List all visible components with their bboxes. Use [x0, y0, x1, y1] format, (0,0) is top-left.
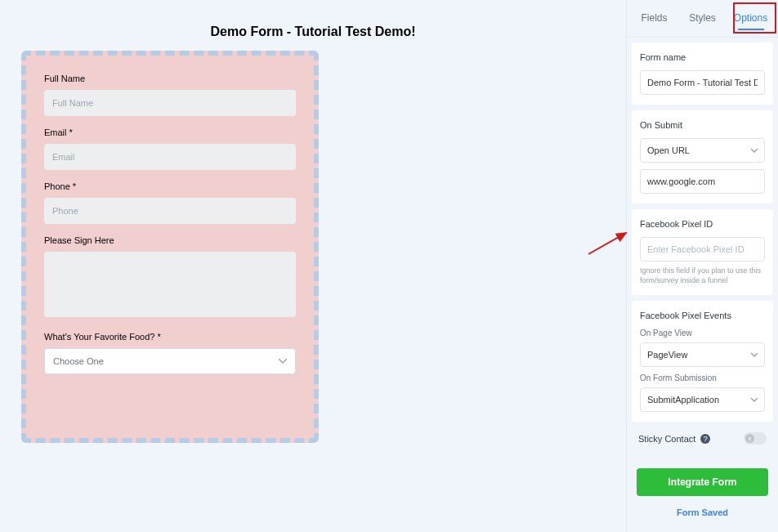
sign-label: Please Sign Here — [44, 235, 296, 245]
bottom-buttons: Integrate Form Form Saved — [632, 463, 773, 527]
tab-options[interactable]: Options — [727, 0, 775, 37]
submit-select[interactable]: SubmitApplication — [640, 387, 765, 412]
page-view-select[interactable]: PageView — [640, 342, 765, 367]
full-name-input[interactable] — [44, 90, 296, 116]
on-submit-url-input[interactable] — [640, 169, 765, 194]
field-full-name: Full Name — [44, 74, 296, 116]
tab-styles[interactable]: Styles — [678, 0, 727, 37]
full-name-label: Full Name — [44, 74, 296, 83]
form-name-input[interactable] — [640, 70, 765, 95]
field-fav-food: What's Your Favorite Food? * Choose One — [44, 332, 296, 374]
submit-sublabel: On Form Submission — [640, 373, 765, 382]
form-saved-status: Form Saved — [637, 503, 768, 522]
sticky-contact-label: Sticky Contact — [638, 434, 695, 444]
phone-input[interactable] — [44, 198, 296, 224]
fb-events-card: Facebook Pixel Events On Page View PageV… — [632, 301, 773, 422]
options-panel: Form name On Submit Open URL Facebook Pi… — [627, 38, 778, 532]
email-input[interactable] — [44, 144, 296, 170]
fb-pixel-helper: Ignore this field if you plan to use thi… — [640, 266, 765, 285]
form-preview: Full Name Email * Phone * Please Sign He… — [21, 51, 319, 443]
toggle-knob: x — [745, 434, 754, 443]
form-name-card: Form name — [632, 42, 773, 105]
options-sidebar: Fields Styles Options Form name On Submi… — [626, 0, 778, 532]
sign-textarea[interactable] — [44, 252, 296, 317]
fav-food-select[interactable]: Choose One — [44, 348, 296, 374]
phone-label: Phone * — [44, 181, 296, 191]
field-phone: Phone * — [44, 181, 296, 224]
field-email: Email * — [44, 127, 296, 170]
fb-pixel-label: Facebook Pixel ID — [640, 219, 765, 229]
sidebar-tabs: Fields Styles Options — [627, 0, 778, 38]
form-name-label: Form name — [640, 52, 765, 62]
form-title: Demo Form - Tutorial Test Demo! — [16, 25, 610, 39]
integrate-form-button[interactable]: Integrate Form — [637, 468, 768, 496]
fb-events-label: Facebook Pixel Events — [640, 311, 765, 320]
fav-food-label: What's Your Favorite Food? * — [44, 332, 296, 342]
on-submit-action-select[interactable]: Open URL — [640, 138, 765, 163]
sticky-contact-row: Sticky Contact ? x — [632, 427, 773, 448]
field-sign: Please Sign Here — [44, 235, 296, 320]
tab-fields[interactable]: Fields — [630, 0, 678, 37]
sticky-contact-toggle[interactable]: x — [744, 432, 767, 445]
help-icon[interactable]: ? — [700, 434, 710, 444]
page-view-sublabel: On Page View — [640, 329, 765, 338]
on-submit-label: On Submit — [640, 120, 765, 130]
on-submit-card: On Submit Open URL — [632, 110, 773, 203]
main-canvas: Demo Form - Tutorial Test Demo! Full Nam… — [0, 0, 626, 532]
fb-pixel-input[interactable] — [640, 237, 765, 262]
fb-pixel-card: Facebook Pixel ID Ignore this field if y… — [632, 209, 773, 295]
email-label: Email * — [44, 127, 296, 137]
